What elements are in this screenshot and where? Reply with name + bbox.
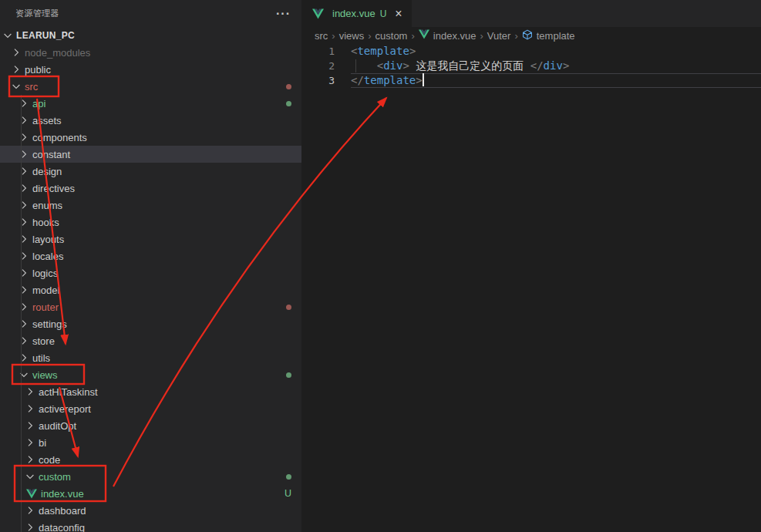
- breadcrumb-item-src[interactable]: src: [315, 30, 328, 42]
- tree-item-label: api: [32, 98, 45, 109]
- code-token: div: [383, 59, 402, 72]
- chevron-separator-icon: ›: [407, 30, 418, 42]
- code-line-1[interactable]: 1<template>: [301, 44, 761, 59]
- chevron-right-icon: [18, 352, 30, 364]
- breadcrumb-item-template[interactable]: template: [522, 29, 575, 42]
- code-line-2[interactable]: 2 <div> 这是我自己定义的页面 </div>: [301, 59, 761, 73]
- explorer-sidebar: 资源管理器 ··· LEARUN_PCnode_modulespublicsrc…: [0, 0, 301, 532]
- tree-item-settings[interactable]: settings: [0, 315, 301, 332]
- vue-logo-icon: [312, 8, 324, 19]
- editor-indent-guide: [355, 59, 356, 72]
- tree-item-auditopt[interactable]: auditOpt: [0, 417, 301, 434]
- line-number: 1: [301, 44, 351, 59]
- vscode-window: 资源管理器 ··· LEARUN_PCnode_modulespublicsrc…: [0, 0, 761, 532]
- tree-item-views[interactable]: views: [0, 366, 301, 383]
- breadcrumb-item-index-vue[interactable]: index.vue: [419, 29, 476, 42]
- chevron-down-icon: [24, 470, 36, 483]
- tree-item-label: enums: [32, 200, 62, 211]
- tree-item-public[interactable]: public: [0, 61, 301, 78]
- code-token: template: [357, 45, 409, 57]
- tree-item-model[interactable]: model: [0, 281, 301, 298]
- tree-item-bi[interactable]: bi: [0, 434, 301, 451]
- tree-item-label: logics: [32, 268, 58, 279]
- code-line-content: <template>: [351, 44, 761, 59]
- chevron-right-icon: [10, 63, 22, 76]
- tree-item-label: bi: [39, 437, 46, 449]
- chevron-right-icon: [18, 148, 30, 160]
- tree-item-components[interactable]: components: [0, 129, 301, 146]
- text-cursor: [423, 73, 424, 86]
- tree-item-node-modules[interactable]: node_modules: [0, 44, 301, 61]
- tree-item-directives[interactable]: directives: [0, 180, 301, 197]
- tree-item-label: public: [25, 64, 51, 76]
- tree-item-dataconfig[interactable]: dataconfig: [0, 519, 301, 532]
- tree-item-hooks[interactable]: hooks: [0, 214, 301, 231]
- tree-item-label: components: [32, 132, 87, 143]
- tree-item-index-vue[interactable]: index.vueU: [0, 485, 301, 502]
- tree-item-label: model: [32, 285, 59, 296]
- tree-item-dashboard[interactable]: dashboard: [0, 502, 301, 519]
- chevron-down-icon: [2, 29, 14, 42]
- tree-item-enums[interactable]: enums: [0, 197, 301, 214]
- tree-item-label: router: [32, 301, 59, 313]
- code-token: >: [409, 45, 416, 57]
- tree-item-activereport[interactable]: activereport: [0, 400, 301, 417]
- tree-item-locales[interactable]: locales: [0, 247, 301, 264]
- tree-item-router[interactable]: router: [0, 298, 301, 315]
- tree-item-label: locales: [32, 251, 63, 262]
- breadcrumb-item-custom[interactable]: custom: [375, 30, 408, 42]
- tree-item-label: settings: [32, 318, 67, 330]
- tab-index-vue[interactable]: index.vue U ×: [301, 0, 412, 27]
- tree-item-api[interactable]: api: [0, 95, 301, 112]
- tree-item-src[interactable]: src: [0, 78, 301, 95]
- git-decoration: [286, 84, 291, 89]
- file-tree: LEARUN_PCnode_modulespublicsrcapiassetsc…: [0, 27, 301, 532]
- chevron-down-icon: [18, 369, 30, 381]
- tree-item-design[interactable]: design: [0, 163, 301, 180]
- more-actions-icon[interactable]: ···: [276, 11, 291, 17]
- tree-item-layouts[interactable]: layouts: [0, 231, 301, 247]
- chevron-right-icon: [18, 199, 30, 211]
- tree-item-constant[interactable]: constant: [0, 146, 301, 163]
- git-decoration: [286, 305, 291, 310]
- tree-item-custom[interactable]: custom: [0, 468, 301, 485]
- git-status-dot: [286, 305, 291, 310]
- code-line-content: </template>: [351, 73, 761, 88]
- tree-item-label: directives: [32, 183, 75, 194]
- tree-item-utils[interactable]: utils: [0, 349, 301, 366]
- git-status-dot: [286, 474, 291, 480]
- breadcrumb-item-vuter[interactable]: Vuter: [487, 30, 511, 42]
- tree-item-label: actHiTaskinst: [39, 386, 98, 398]
- chevron-right-icon: [18, 97, 30, 109]
- tree-item-code[interactable]: code: [0, 451, 301, 468]
- tree-item-label: dashboard: [39, 505, 86, 517]
- tree-item-logics[interactable]: logics: [0, 264, 301, 281]
- code-editor[interactable]: 1<template>2 <div> 这是我自己定义的页面 </div>3</t…: [301, 44, 761, 88]
- git-decoration: [286, 101, 291, 106]
- code-token: div: [544, 59, 563, 72]
- tree-root-learun-pc[interactable]: LEARUN_PC: [0, 27, 301, 44]
- code-line-3[interactable]: 3</template>: [301, 73, 761, 88]
- chevron-right-icon: [18, 284, 30, 296]
- explorer-header: 资源管理器 ···: [0, 0, 301, 27]
- code-token: </: [530, 59, 544, 72]
- code-token: >: [402, 59, 409, 72]
- chevron-right-icon: [18, 318, 30, 330]
- breadcrumb-label: custom: [375, 30, 408, 42]
- code-token: 这是我自己定义的页面: [409, 59, 530, 72]
- chevron-right-icon: [18, 267, 30, 279]
- code-token: >: [416, 74, 422, 86]
- tree-item-acthitaskinst[interactable]: actHiTaskinst: [0, 383, 301, 400]
- breadcrumb: src›views›custom›index.vue›Vuter›templat…: [301, 27, 761, 44]
- chevron-right-icon: [24, 521, 36, 532]
- code-token: >: [563, 59, 569, 72]
- breadcrumb-item-views[interactable]: views: [339, 30, 365, 42]
- code-token: </: [351, 74, 364, 86]
- tree-item-store[interactable]: store: [0, 332, 301, 349]
- chevron-right-icon: [18, 301, 30, 313]
- tree-item-assets[interactable]: assets: [0, 112, 301, 129]
- tree-item-label: hooks: [32, 217, 59, 228]
- tree-item-label: src: [25, 81, 38, 93]
- close-icon[interactable]: ×: [395, 8, 402, 20]
- chevron-right-icon: [18, 114, 30, 126]
